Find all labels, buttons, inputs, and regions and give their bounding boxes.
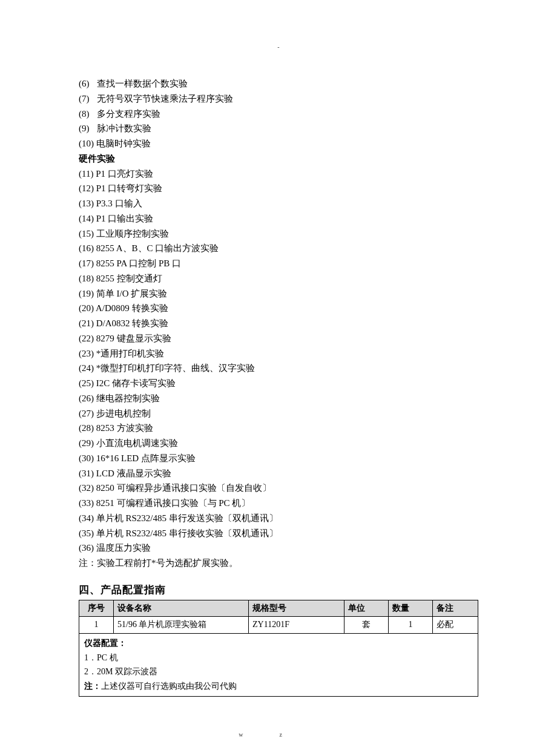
list-index: (22): [79, 334, 94, 343]
list-item: (7)无符号双字节快速乘法子程序实验: [79, 91, 478, 107]
page-top-mark: -: [79, 42, 478, 52]
list-text: P1 口转弯灯实验: [96, 183, 163, 193]
table-row: 1 51/96 单片机原理实验箱 ZY11201F 套 1 必配: [79, 617, 478, 633]
list-index: (19): [79, 289, 94, 298]
list-item: (36) 温度压力实验: [79, 541, 478, 556]
list-index: (11): [79, 169, 93, 179]
list-text: 8253 方波实验: [96, 423, 153, 433]
list-item: (15) 工业顺序控制实验: [79, 226, 478, 242]
list-item: (18) 8255 控制交通灯: [79, 271, 478, 286]
list-text: P1 口输出实验: [96, 214, 154, 223]
list-item: (27) 步进电机控制: [79, 406, 478, 421]
list-index: (25): [79, 378, 94, 388]
list-text: 小直流电机调速实验: [96, 438, 178, 448]
list-index: (21): [79, 318, 94, 328]
list-index: (12): [79, 183, 94, 193]
list-index: (23): [79, 349, 94, 358]
config-title: 仪器配置：: [84, 636, 473, 651]
list-index: (18): [79, 274, 94, 283]
config-line-1: 1．PC 机: [84, 651, 473, 665]
list-item: (35) 单片机 RS232/485 串行接收实验〔双机通讯〕: [79, 526, 478, 541]
list-index: (24): [79, 363, 94, 373]
td-name: 51/96 单片机原理实验箱: [114, 617, 249, 633]
td-unit: 套: [344, 617, 389, 633]
list-index: (30): [79, 453, 94, 463]
section-4-heading: 四、产品配置指南: [79, 582, 478, 598]
th-qty: 数量: [389, 600, 433, 616]
list-text: 电脑时钟实验: [96, 139, 151, 148]
list-index: (14): [79, 214, 94, 223]
list-text: 工业顺序控制实验: [96, 229, 169, 238]
list-item: (8)多分支程序实验: [79, 107, 478, 122]
config-note: 注：上述仪器可自行选购或由我公司代购: [84, 679, 473, 694]
list-item: (34) 单片机 RS232/485 串行发送实验〔双机通讯〕: [79, 511, 478, 526]
th-model: 规格型号: [249, 600, 344, 616]
list-item: (12) P1 口转弯灯实验: [79, 181, 478, 196]
list-index: (15): [79, 229, 94, 238]
list-item: (14) P1 口输出实验: [79, 211, 478, 226]
list-index: (6): [79, 79, 90, 88]
product-config-table: 序号 设备名称 规格型号 单位 数量 备注 1 51/96 单片机原理实验箱 Z…: [79, 600, 478, 697]
list-index: (27): [79, 409, 94, 418]
hardware-heading: 硬件实验: [79, 151, 478, 166]
page-footer-mark: wz: [79, 730, 478, 740]
list-text: A/D0809 转换实验: [96, 303, 168, 313]
list-text: 查找一样数据个数实验: [97, 79, 188, 88]
list-text: 8255 控制交通灯: [96, 274, 162, 283]
list-text: D/A0832 转换实验: [96, 318, 169, 328]
list-index: (17): [79, 258, 94, 268]
document-page: - (6)查找一样数据个数实验 (7)无符号双字节快速乘法子程序实验 (8)多分…: [0, 0, 557, 756]
list-text: 8250 可编程异步通讯接口实验〔自发自收〕: [96, 483, 271, 493]
list-item: (28) 8253 方波实验: [79, 421, 478, 436]
list-item: (17) 8255 PA 口控制 PB 口: [79, 256, 478, 271]
th-unit: 单位: [344, 600, 389, 616]
list-text: 步进电机控制: [96, 409, 151, 418]
list-index: (8): [79, 109, 90, 119]
list-item: (11) P1 口亮灯实验: [79, 166, 478, 182]
list-index: (29): [79, 438, 94, 448]
list-index: (9): [79, 123, 90, 133]
list-item: (30) 16*16 LED 点阵显示实验: [79, 451, 478, 466]
list-index: (13): [79, 199, 94, 208]
list-index: (35): [79, 528, 94, 538]
td-model: ZY11201F: [249, 617, 344, 633]
list-index: (16): [79, 243, 94, 253]
list-item: (10) 电脑时钟实验: [79, 136, 478, 151]
list-index: (10): [79, 139, 94, 148]
list-index: (31): [79, 468, 94, 478]
list-text: *微型打印机打印字符、曲线、汉字实验: [96, 363, 255, 373]
config-note-prefix: 注：: [84, 682, 101, 691]
td-qty: 1: [389, 617, 433, 633]
list-text: LCD 液晶显示实验: [96, 468, 171, 478]
footnote: 注：实验工程前打*号为选配扩展实验。: [79, 556, 478, 571]
th-seq: 序号: [79, 600, 114, 616]
list-text: I2C 储存卡读写实验: [96, 378, 176, 388]
software-experiment-list: (6)查找一样数据个数实验 (7)无符号双字节快速乘法子程序实验 (8)多分支程…: [79, 76, 478, 151]
config-note-text: 上述仪器可自行选购或由我公司代购: [101, 682, 237, 691]
list-index: (7): [79, 94, 90, 104]
list-text: 脉冲计数实验: [97, 123, 151, 133]
list-text: 无符号双字节快速乘法子程序实验: [97, 94, 233, 104]
list-text: *通用打印机实验: [96, 349, 165, 358]
list-item: (19) 简单 I/O 扩展实验: [79, 286, 478, 301]
list-item: (20) A/D0809 转换实验: [79, 301, 478, 316]
th-note: 备注: [433, 600, 478, 616]
table-header-row: 序号 设备名称 规格型号 单位 数量 备注: [79, 600, 478, 616]
list-item: (31) LCD 液晶显示实验: [79, 466, 478, 481]
list-item: (26) 继电器控制实验: [79, 391, 478, 406]
th-name: 设备名称: [114, 600, 249, 616]
list-item: (23) *通用打印机实验: [79, 346, 478, 361]
list-text: 8279 键盘显示实验: [96, 334, 171, 343]
table-config-row: 仪器配置： 1．PC 机 2．20M 双踪示波器 注：上述仪器可自行选购或由我公…: [79, 633, 478, 696]
hardware-experiment-list: (11) P1 口亮灯实验 (12) P1 口转弯灯实验 (13) P3.3 口…: [79, 166, 478, 556]
list-item: (24) *微型打印机打印字符、曲线、汉字实验: [79, 361, 478, 376]
list-item: (33) 8251 可编程通讯接口实验〔与 PC 机〕: [79, 496, 478, 511]
list-text: 继电器控制实验: [96, 393, 160, 403]
list-index: (26): [79, 393, 94, 403]
list-text: 8255 A、B、C 口输出方波实验: [96, 243, 219, 253]
list-text: 16*16 LED 点阵显示实验: [96, 453, 196, 463]
list-item: (25) I2C 储存卡读写实验: [79, 376, 478, 391]
list-index: (34): [79, 513, 94, 523]
list-text: 简单 I/O 扩展实验: [96, 289, 168, 298]
config-line-2: 2．20M 双踪示波器: [84, 665, 473, 679]
